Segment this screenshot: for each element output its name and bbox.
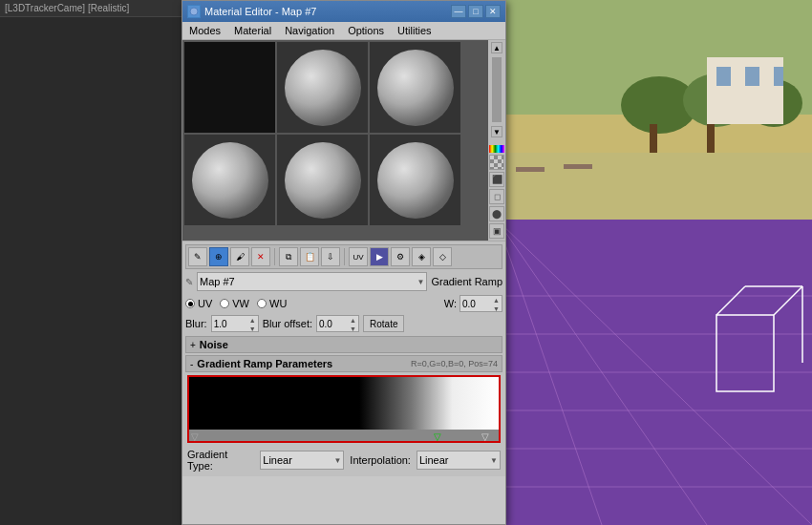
move-tool-button[interactable]: ⊕ [209,247,228,266]
menu-options[interactable]: Options [345,24,387,37]
interpolation-label: Interpolation: [350,454,411,466]
preview-cell-3[interactable] [370,42,460,133]
preview-scroll-track[interactable] [492,57,502,122]
blur-offset-arrows: ▲ ▼ [350,316,356,331]
menu-material[interactable]: Material [231,24,274,37]
blur-arrows: ▲ ▼ [249,316,256,331]
window-title: Material Editor - Map #7 [204,6,316,17]
preview-cell-5[interactable] [277,135,368,225]
sphere-preview-3 [377,50,454,126]
preview-cell-1[interactable] [184,42,275,133]
w-up-arrow[interactable]: ▲ [493,296,500,304]
tool2-icon[interactable]: ◻ [489,189,504,204]
sphere-preview-5 [285,142,361,219]
blur-down[interactable]: ▼ [249,325,256,333]
sphere-preview-6 [377,142,454,219]
tool3-icon[interactable]: ⬤ [489,206,504,221]
blur-offset-spinner[interactable]: 0.0 ▲ ▼ [316,315,359,332]
menu-modes[interactable]: Modes [186,24,224,37]
gradient-type-row: Gradient Type: Linear ▼ Interpolation: L… [185,447,502,473]
noise-title: Noise [200,339,228,350]
interpolation-value: Linear [419,454,449,466]
settings-tool-button[interactable]: ⚙ [391,247,410,266]
paint-tool-button[interactable]: 🖌 [230,247,249,266]
gradient-stop-white[interactable]: ▽ [481,431,489,439]
gradient-stop-left[interactable]: ▽ [191,431,199,439]
preview-cell-4[interactable] [184,135,275,225]
blur-value: 1.0 [214,319,227,329]
title-bar: Material Editor - Map #7 — □ ✕ [182,1,505,22]
close-button[interactable]: ✕ [485,5,501,18]
uv-label: UV [198,298,212,309]
tool1-icon[interactable]: ⬛ [489,172,504,187]
w-down-arrow[interactable]: ▼ [493,304,500,313]
blur-spinner[interactable]: 1.0 ▲ ▼ [211,315,259,332]
gradient-display[interactable] [189,377,499,430]
svg-point-33 [190,8,198,15]
vw-radio[interactable] [220,299,229,308]
uv-tool-button[interactable]: UV [349,247,368,266]
extra-tool2[interactable]: ◇ [433,247,452,266]
title-bar-left: Material Editor - Map #7 [187,5,316,18]
uv-radio-row: UV VW WU W: 0.0 ▲ ▼ [185,295,502,312]
preview-area: ▲ ▼ ⬛ ◻ ⬤ ▣ [182,40,505,241]
interpolation-arrow: ▼ [490,456,498,465]
w-spinner[interactable]: 0.0 ▲ ▼ [459,295,502,312]
map-name-dropdown[interactable]: Map #7 ▼ [197,272,427,291]
render-tool-button[interactable]: ▶ [370,247,389,266]
material-preview-grid [182,40,488,241]
w-value: 0.0 [462,299,476,309]
paste-tool-button[interactable]: 📋 [300,247,319,266]
gradient-type-label: Gradient Type: [187,449,254,472]
left-panel-title: [L3DTrackerCame] [Realistic] [0,0,182,17]
delete-tool-button[interactable]: ✕ [251,247,270,266]
separator-2 [344,248,345,265]
checkerboard-icon[interactable] [489,155,504,170]
svg-rect-6 [707,122,715,153]
rotate-button[interactable]: Rotate [363,315,404,332]
map-row: ✎ Map #7 ▼ Gradient Ramp [185,272,502,291]
minimize-button[interactable]: — [451,5,466,18]
maximize-button[interactable]: □ [468,5,483,18]
blur-offset-label: Blur offset: [263,318,312,329]
vw-radio-group: VW [220,298,249,309]
scroll-up-button[interactable]: ▲ [491,42,502,53]
gradient-info: R=0,G=0,B=0, Pos=74 [411,359,498,368]
gradient-type-dropdown[interactable]: Linear ▼ [260,451,344,470]
uv-radio[interactable] [185,299,195,308]
svg-rect-12 [516,167,545,172]
preview-cell-6[interactable] [370,135,460,225]
svg-rect-8 [716,67,731,86]
left-panel: [L3DTrackerCame] [Realistic] [0,0,182,525]
pick-tool-button[interactable]: ✎ [188,247,207,266]
svg-rect-10 [774,67,783,86]
right-toolbar: ▲ ▼ ⬛ ◻ ⬤ ▣ [488,40,505,241]
blur-offset-up[interactable]: ▲ [350,316,356,325]
uv-radio-group: UV [185,298,212,309]
copy-tool-button[interactable]: ⧉ [279,247,298,266]
preview-cell-2[interactable] [277,42,368,133]
scroll-down-button[interactable]: ▼ [491,126,502,137]
svg-rect-9 [745,67,759,86]
interpolation-dropdown[interactable]: Linear ▼ [417,451,501,470]
gradient-section-header[interactable]: - Gradient Ramp Parameters R=0,G=0,B=0, … [185,355,502,372]
tool4-icon[interactable]: ▣ [489,223,504,239]
svg-rect-5 [650,124,657,153]
sphere-preview-4 [192,142,268,219]
menu-utilities[interactable]: Utilities [395,24,434,37]
wu-label: WU [269,298,287,309]
title-controls: — □ ✕ [451,5,501,18]
color-swatch-icon[interactable] [489,145,504,153]
noise-section-header[interactable]: + Noise [185,336,502,353]
blur-up[interactable]: ▲ [249,316,256,325]
assign-tool-button[interactable]: ⇩ [321,247,340,266]
extra-tool1[interactable]: ◈ [412,247,431,266]
separator-1 [274,248,275,265]
blur-label: Blur: [185,318,207,329]
gradient-stop-green[interactable]: ▽ [434,431,441,439]
menu-navigation[interactable]: Navigation [282,24,337,37]
vw-label: VW [232,298,249,309]
sphere-preview-2 [285,50,361,126]
wu-radio[interactable] [257,299,267,308]
blur-offset-down[interactable]: ▼ [350,325,356,333]
